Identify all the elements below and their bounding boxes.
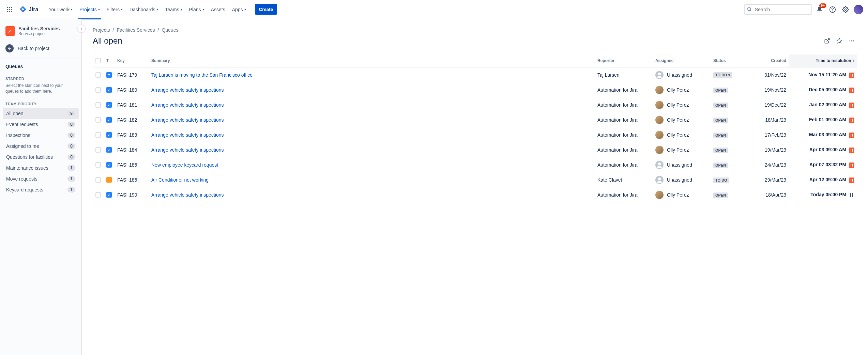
issue-key[interactable]: FASI-182 [115,112,149,127]
row-checkbox[interactable] [95,117,101,123]
col-summary[interactable]: Summary [149,55,595,67]
table-row[interactable]: FASI-183 Arrange vehicle safety inspecti… [93,127,857,142]
more-actions-button[interactable] [846,35,857,46]
issue-summary-link[interactable]: Taj Larsen is moving to the San Francisc… [151,72,253,78]
col-time-to-resolution[interactable]: Time to resolution ↑ [789,55,857,67]
issue-summary-link[interactable]: New employee keycard request [151,162,218,168]
status-badge[interactable]: TO DO [713,178,729,183]
settings-button[interactable] [840,4,851,15]
issue-key[interactable]: FASI-183 [115,127,149,142]
issue-type-icon [106,72,112,78]
back-to-project-link[interactable]: Back to project [3,42,79,55]
nav-item-teams[interactable]: Teams▾ [162,4,185,15]
app-switcher-button[interactable] [4,4,15,15]
project-type: Service project [18,31,60,36]
queue-item-inspections[interactable]: Inspections0 [3,130,79,141]
nav-item-filters[interactable]: Filters▾ [103,4,126,15]
status-badge[interactable]: TO DO ▾ [713,72,732,78]
star-button[interactable] [834,35,845,46]
table-row[interactable]: FASI-184 Arrange vehicle safety inspecti… [93,142,857,157]
col-status[interactable]: Status [711,55,748,67]
breadcrumb-item[interactable]: Projects [93,27,110,33]
breadcrumb-item[interactable]: Facilities Services [117,27,155,33]
table-row[interactable]: FASI-180 Arrange vehicle safety inspecti… [93,82,857,97]
create-button[interactable]: Create [255,4,277,15]
issue-key[interactable]: FASI-185 [115,157,149,172]
queue-list: All open9Event requests0Inspections0Assi… [3,108,79,195]
issue-summary-link[interactable]: Arrange vehicle safety inspections [151,117,224,123]
star-icon [836,38,842,44]
queue-item-event-requests[interactable]: Event requests0 [3,119,79,130]
issue-summary-link[interactable]: Arrange vehicle safety inspections [151,147,224,153]
issue-summary-link[interactable]: Arrange vehicle safety inspections [151,132,224,138]
row-checkbox[interactable] [95,162,101,168]
row-checkbox[interactable] [95,147,101,153]
status-badge[interactable]: OPEN [713,148,728,153]
status-badge[interactable]: OPEN [713,192,728,198]
col-type[interactable]: T [104,55,115,67]
status-badge[interactable]: OPEN [713,103,728,108]
row-checkbox[interactable] [95,192,101,198]
issue-key[interactable]: FASI-179 [115,67,149,82]
col-key[interactable]: Key [115,55,149,67]
assignee-avatar [655,116,664,124]
row-checkbox[interactable] [95,177,101,183]
row-checkbox[interactable] [95,132,101,138]
issue-type-icon [106,102,112,108]
select-all-checkbox[interactable] [95,58,101,63]
status-badge[interactable]: OPEN [713,118,728,123]
svg-line-1 [750,10,751,11]
created-cell: 01/Nov/22 [748,67,789,82]
table-row[interactable]: FASI-185 New employee keycard request Au… [93,157,857,172]
queue-item-move-requests[interactable]: Move requests1 [3,173,79,184]
search-input[interactable] [744,4,812,15]
queue-item-keycard-requests[interactable]: Keycard requests1 [3,184,79,195]
search-box [744,4,812,15]
issue-key[interactable]: FASI-184 [115,142,149,157]
row-checkbox[interactable] [95,72,101,78]
table-row[interactable]: FASI-179 Taj Larsen is moving to the San… [93,67,857,82]
nav-item-assets[interactable]: Assets [208,4,229,15]
row-checkbox[interactable] [95,102,101,108]
queue-item-assigned-to-me[interactable]: Assigned to me0 [3,141,79,152]
col-created[interactable]: Created [748,55,789,67]
assignee-cell: Olly Perez [655,146,708,154]
queue-item-maintenance-issues[interactable]: Maintenance issues1 [3,163,79,173]
issue-summary-link[interactable]: Arrange vehicle safety inspections [151,192,224,198]
queue-item-questions-for-facilities[interactable]: Questions for facilities0 [3,152,79,163]
queue-item-all-open[interactable]: All open9 [3,108,79,119]
nav-item-apps[interactable]: Apps▾ [229,4,249,15]
table-row[interactable]: FASI-182 Arrange vehicle safety inspecti… [93,112,857,127]
table-row[interactable]: FASI-186 Air Conditioner not working Kat… [93,172,857,187]
table-row[interactable]: FASI-181 Arrange vehicle safety inspecti… [93,97,857,112]
nav-item-dashboards[interactable]: Dashboards▾ [126,4,162,15]
issue-summary-link[interactable]: Arrange vehicle safety inspections [151,87,224,93]
nav-item-plans[interactable]: Plans▾ [186,4,208,15]
issue-summary-link[interactable]: Air Conditioner not working [151,177,209,183]
help-button[interactable] [827,4,838,15]
nav-item-your-work[interactable]: Your work▾ [45,4,76,15]
issue-key[interactable]: FASI-186 [115,172,149,187]
time-to-resolution-cell: Dec 05 09:00 AM [789,82,857,97]
status-badge[interactable]: OPEN [713,133,728,138]
issue-key[interactable]: FASI-180 [115,82,149,97]
jira-logo-icon [19,5,27,14]
notifications-button[interactable]: 9+ [814,4,825,15]
row-checkbox[interactable] [95,87,101,93]
status-badge[interactable]: OPEN [713,88,728,93]
collapse-sidebar-button[interactable] [77,25,86,33]
col-assignee[interactable]: Assignee [653,55,711,67]
status-badge[interactable]: OPEN [713,163,728,168]
nav-item-projects[interactable]: Projects▾ [76,4,103,15]
queue-count: 0 [67,133,75,138]
table-row[interactable]: FASI-190 Arrange vehicle safety inspecti… [93,187,857,202]
issue-key[interactable]: FASI-190 [115,187,149,202]
issue-key[interactable]: FASI-181 [115,97,149,112]
open-external-button[interactable] [822,35,833,46]
jira-logo[interactable]: Jira [16,5,41,14]
profile-button[interactable] [853,4,864,15]
queue-count: 1 [67,165,75,171]
col-reporter[interactable]: Reporter [595,55,653,67]
issue-summary-link[interactable]: Arrange vehicle safety inspections [151,102,224,108]
breadcrumb-item[interactable]: Queues [162,27,178,33]
